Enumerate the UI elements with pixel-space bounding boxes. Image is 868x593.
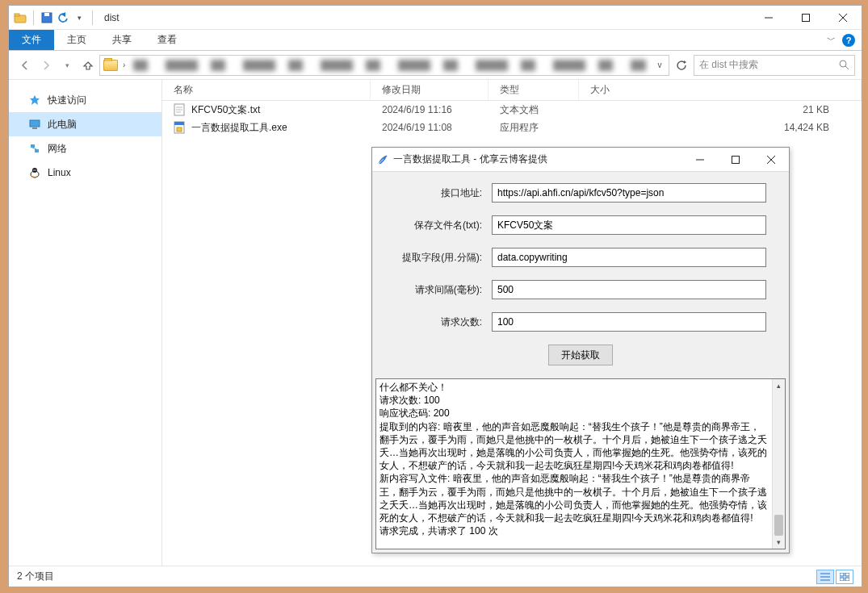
- status-text: 2 个项目: [17, 570, 54, 583]
- address-bar[interactable]: › v: [99, 55, 669, 76]
- file-name: KFCV50文案.txt: [191, 103, 260, 117]
- view-icons-button[interactable]: [836, 570, 853, 584]
- scroll-thumb[interactable]: [774, 515, 783, 536]
- label-count: 请求次数:: [385, 315, 492, 329]
- feather-icon: [377, 154, 388, 165]
- view-details-button[interactable]: [816, 570, 834, 584]
- input-api[interactable]: [492, 183, 766, 203]
- svg-rect-11: [30, 120, 40, 127]
- tool-maximize-button[interactable]: [718, 148, 753, 171]
- input-delay[interactable]: [492, 280, 766, 299]
- sidebar-item-label: 快速访问: [48, 94, 86, 107]
- nav-back-button[interactable]: [15, 56, 35, 75]
- help-icon[interactable]: ?: [842, 34, 855, 47]
- path-redacted: [133, 60, 646, 71]
- input-field[interactable]: [492, 248, 766, 267]
- tool-window: 一言数据提取工具 - 优享云博客提供 接口地址: 保存文件名(txt): 提取字…: [371, 147, 790, 553]
- tool-close-button[interactable]: [753, 148, 789, 171]
- refresh-button[interactable]: [671, 55, 692, 76]
- chevron-right-icon[interactable]: ›: [121, 61, 127, 69]
- svg-rect-12: [32, 127, 37, 129]
- sidebar-item-network[interactable]: 网络: [9, 136, 161, 161]
- save-icon[interactable]: [40, 11, 53, 24]
- svg-rect-33: [845, 578, 849, 581]
- minimize-button[interactable]: [750, 6, 787, 30]
- svg-rect-13: [31, 144, 35, 148]
- status-bar: 2 个项目: [9, 566, 862, 587]
- folder-icon: [14, 11, 27, 24]
- ribbon-tab-file[interactable]: 文件: [9, 30, 54, 50]
- qat-dropdown-icon[interactable]: ▾: [73, 11, 86, 24]
- svg-rect-1: [15, 14, 19, 16]
- column-headers: 名称 修改日期 类型 大小: [162, 80, 862, 101]
- file-date: 2024/6/19 11:16: [371, 104, 489, 115]
- network-icon: [28, 142, 41, 155]
- log-text: 什么都不关心！ 请求次数: 100 响应状态码: 200 提取到的内容: 暗夜里…: [376, 379, 772, 549]
- svg-point-8: [840, 61, 846, 67]
- file-size: 14,424 KB: [579, 122, 862, 133]
- file-type: 文本文档: [489, 103, 579, 117]
- exe-file-icon: [174, 121, 187, 134]
- sidebar-item-label: Linux: [48, 167, 71, 178]
- svg-rect-31: [845, 573, 849, 576]
- col-date[interactable]: 修改日期: [371, 80, 489, 100]
- ribbon-collapse-icon[interactable]: ﹀: [827, 34, 836, 46]
- svg-rect-14: [35, 149, 39, 152]
- nav-up-button[interactable]: [78, 56, 98, 75]
- scroll-down-icon[interactable]: ▾: [773, 536, 785, 549]
- window-title: dist: [104, 12, 120, 23]
- tool-minimize-button[interactable]: [682, 148, 718, 171]
- input-count[interactable]: [492, 312, 766, 332]
- sidebar: 快速访问 此电脑 网络 Linux: [9, 80, 162, 566]
- col-name[interactable]: 名称: [162, 80, 371, 100]
- nav-recent-button[interactable]: ▾: [57, 56, 77, 75]
- label-field: 提取字段(用.分隔):: [385, 251, 492, 265]
- file-type: 应用程序: [489, 121, 579, 135]
- svg-point-18: [33, 169, 34, 170]
- ribbon-tab-home[interactable]: 主页: [54, 30, 99, 50]
- label-delay: 请求间隔(毫秒):: [385, 283, 492, 297]
- svg-line-9: [845, 66, 849, 69]
- undo-icon[interactable]: [57, 11, 69, 24]
- close-button[interactable]: [824, 6, 862, 30]
- ribbon-tab-view[interactable]: 查看: [145, 30, 190, 50]
- txt-file-icon: [174, 103, 187, 116]
- folder-icon: [103, 60, 118, 71]
- maximize-button[interactable]: [787, 6, 824, 30]
- log-box: 什么都不关心！ 请求次数: 100 响应状态码: 200 提取到的内容: 暗夜里…: [375, 378, 786, 549]
- scroll-up-icon[interactable]: ▴: [773, 379, 785, 392]
- svg-point-17: [32, 168, 37, 173]
- tool-title: 一言数据提取工具 - 优享云博客提供: [393, 152, 547, 166]
- sidebar-item-label: 网络: [48, 142, 67, 156]
- sidebar-item-quick-access[interactable]: 快速访问: [9, 88, 161, 112]
- titlebar: ▾ dist: [9, 6, 862, 30]
- file-name: 一言数据提取工具.exe: [191, 121, 287, 135]
- file-date: 2024/6/19 11:08: [371, 122, 489, 133]
- col-type[interactable]: 类型: [489, 80, 579, 100]
- ribbon-tab-share[interactable]: 共享: [99, 30, 145, 50]
- col-size[interactable]: 大小: [579, 80, 862, 100]
- tool-titlebar: 一言数据提取工具 - 优享云博客提供: [372, 148, 789, 172]
- file-list: KFCV50文案.txt 2024/6/19 11:16 文本文档 21 KB …: [162, 101, 862, 136]
- star-icon: [28, 94, 41, 106]
- sidebar-item-this-pc[interactable]: 此电脑: [9, 112, 161, 136]
- label-filename: 保存文件名(txt):: [385, 219, 492, 232]
- sidebar-item-linux[interactable]: Linux: [9, 161, 161, 185]
- svg-rect-36: [732, 156, 740, 163]
- sidebar-item-label: 此电脑: [48, 118, 77, 132]
- search-input[interactable]: 在 dist 中搜索: [694, 55, 855, 76]
- ribbon: 文件 主页 共享 查看 ﹀ ?: [9, 30, 862, 51]
- search-icon: [839, 60, 849, 70]
- address-dropdown-icon[interactable]: v: [652, 61, 667, 69]
- svg-rect-25: [174, 122, 184, 125]
- file-row[interactable]: 一言数据提取工具.exe 2024/6/19 11:08 应用程序 14,424…: [162, 119, 862, 136]
- input-filename[interactable]: [492, 215, 766, 235]
- scrollbar[interactable]: ▴ ▾: [772, 379, 785, 549]
- nav-forward-button[interactable]: [36, 56, 56, 75]
- svg-rect-32: [840, 578, 844, 581]
- linux-icon: [28, 166, 41, 179]
- start-button[interactable]: 开始获取: [548, 345, 613, 365]
- svg-rect-5: [803, 14, 810, 21]
- file-row[interactable]: KFCV50文案.txt 2024/6/19 11:16 文本文档 21 KB: [162, 101, 862, 119]
- svg-marker-10: [30, 95, 40, 105]
